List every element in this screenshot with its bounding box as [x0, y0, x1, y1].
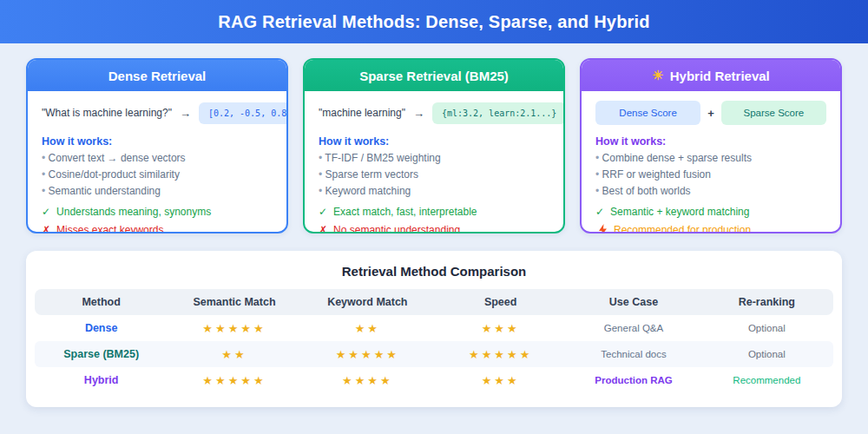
cross-icon: ✗ [319, 224, 327, 233]
check-icon: ✓ [319, 206, 327, 218]
arrow-icon: → [180, 107, 191, 120]
method-cell: Dense [35, 322, 168, 334]
sparse-pro-line: ✓ Exact match, fast, interpretable [319, 206, 549, 218]
sparse-score-chip: Sparse Score [721, 101, 826, 125]
bullet-item: Semantic understanding [42, 185, 273, 197]
hybrid-special-text: Recommended for production [614, 224, 751, 233]
use-case-cell: Production RAG [567, 375, 700, 385]
semantic-match-stars: ★★★★★ [168, 374, 300, 387]
method-cell: Hybrid [35, 374, 168, 386]
reranking-cell: Recommended [700, 375, 833, 385]
plus-icon: + [707, 107, 714, 120]
semantic-match-stars: ★★★★★ [168, 322, 300, 335]
sparse-weights-chip: {ml:3.2, learn:2.1...} [432, 102, 565, 124]
dense-demo-row: "What is machine learning?" → [0.2, -0.5… [42, 99, 273, 127]
card-hybrid-title: Hybrid Retrieval [670, 69, 770, 83]
card-hybrid-header: ☀ Hybrid Retrieval [582, 60, 840, 91]
sparse-query-text: "machine learning" [319, 107, 405, 119]
dense-con-line: ✗ Misses exact keywords [42, 224, 273, 233]
bullet-item: RRF or weighted fusion [595, 168, 826, 181]
hybrid-how-title: How it works: [595, 135, 826, 148]
dense-how-title: How it works: [42, 135, 273, 148]
sparse-bullet-list: TF-IDF / BM25 weighting Sparse term vect… [319, 152, 549, 197]
card-dense-title: Dense Retrieval [108, 69, 207, 83]
sparse-pro-text: Exact match, fast, interpretable [333, 206, 477, 218]
lightning-icon [598, 224, 608, 233]
table-row: Hybrid★★★★★★★★★★★★Production RAGRecommen… [35, 367, 833, 393]
sparse-con-line: ✗ No semantic understanding [319, 224, 549, 233]
card-dense-body: "What is machine learning?" → [0.2, -0.5… [28, 91, 286, 233]
sparse-con-text: No semantic understanding [333, 224, 460, 233]
card-dense-retrieval: Dense Retrieval "What is machine learnin… [26, 58, 288, 233]
page-title: RAG Retrieval Methods: Dense, Sparse, an… [218, 12, 650, 32]
column-header-method: Method [35, 296, 168, 308]
method-cell: Sparse (BM25) [35, 348, 168, 360]
comparison-table-card: Retrieval Method Comparison Method Seman… [26, 251, 842, 407]
speed-stars: ★★★ [434, 374, 567, 387]
bullet-item: Combine dense + sparse results [595, 152, 826, 164]
dense-pro-text: Understands meaning, synonyms [56, 206, 211, 218]
bullet-item: Convert text → dense vectors [42, 152, 273, 164]
bullet-item: Keyword matching [319, 185, 549, 197]
table-body: Dense★★★★★★★★★★General Q&AOptionalSparse… [35, 315, 833, 393]
check-icon: ✓ [595, 206, 604, 218]
card-sparse-body: "machine learning" → {ml:3.2, learn:2.1.… [305, 91, 563, 233]
card-sparse-header: Sparse Retrieval (BM25) [305, 60, 563, 91]
column-header-speed: Speed [434, 296, 567, 308]
table-row: Sparse (BM25)★★★★★★★★★★★★Technical docsO… [35, 341, 833, 367]
use-case-cell: General Q&A [567, 323, 700, 333]
bullet-item: Sparse term vectors [319, 168, 549, 181]
check-icon: ✓ [42, 206, 50, 218]
table-row: Dense★★★★★★★★★★General Q&AOptional [35, 315, 833, 341]
hybrid-bullet-list: Combine dense + sparse results RRF or we… [595, 152, 826, 197]
dense-query-text: "What is machine learning?" [42, 107, 172, 119]
sun-icon: ☀ [652, 68, 663, 83]
sparse-demo-row: "machine learning" → {ml:3.2, learn:2.1.… [319, 99, 549, 127]
dense-score-chip: Dense Score [595, 101, 700, 125]
keyword-match-stars: ★★★★ [301, 374, 434, 387]
card-dense-header: Dense Retrieval [28, 60, 286, 91]
column-header-keyword-match: Keyword Match [301, 296, 434, 308]
card-hybrid-retrieval: ☀ Hybrid Retrieval Dense Score + Sparse … [580, 58, 842, 233]
reranking-cell: Optional [700, 323, 833, 333]
use-case-cell: Technical docs [567, 349, 700, 359]
hybrid-score-row: Dense Score + Sparse Score [595, 99, 826, 127]
column-header-use-case: Use Case [567, 296, 700, 308]
speed-stars: ★★★★★ [434, 348, 567, 361]
keyword-match-stars: ★★ [301, 322, 434, 335]
dense-pro-line: ✓ Understands meaning, synonyms [42, 206, 273, 218]
keyword-match-stars: ★★★★★ [301, 348, 434, 361]
comparison-table-title: Retrieval Method Comparison [35, 264, 833, 279]
bullet-item: TF-IDF / BM25 weighting [319, 152, 549, 164]
speed-stars: ★★★ [434, 322, 567, 335]
dense-bullet-list: Convert text → dense vectors Cosine/dot-… [42, 152, 273, 197]
hybrid-pro-text: Semantic + keyword matching [610, 206, 749, 218]
sparse-how-title: How it works: [319, 135, 549, 148]
bullet-item: Cosine/dot-product similarity [42, 168, 273, 181]
table-header-row: Method Semantic Match Keyword Match Spee… [35, 289, 833, 315]
dense-con-text: Misses exact keywords [56, 224, 163, 233]
semantic-match-stars: ★★ [168, 348, 300, 361]
arrow-icon: → [413, 107, 424, 120]
hybrid-pro-line: ✓ Semantic + keyword matching [595, 206, 826, 218]
hybrid-special-line: Recommended for production [595, 224, 826, 233]
column-header-re-ranking: Re-ranking [700, 296, 833, 308]
dense-vector-chip: [0.2, -0.5, 0.8...] [199, 102, 288, 124]
card-hybrid-body: Dense Score + Sparse Score How it works:… [582, 91, 840, 233]
column-header-semantic-match: Semantic Match [168, 296, 300, 308]
bullet-item: Best of both worlds [595, 185, 826, 197]
card-sparse-title: Sparse Retrieval (BM25) [359, 69, 509, 83]
method-cards-row: Dense Retrieval "What is machine learnin… [0, 43, 868, 233]
cross-icon: ✗ [42, 224, 50, 233]
page-banner: RAG Retrieval Methods: Dense, Sparse, an… [0, 0, 868, 43]
reranking-cell: Optional [700, 349, 833, 359]
card-sparse-retrieval: Sparse Retrieval (BM25) "machine learnin… [303, 58, 565, 233]
